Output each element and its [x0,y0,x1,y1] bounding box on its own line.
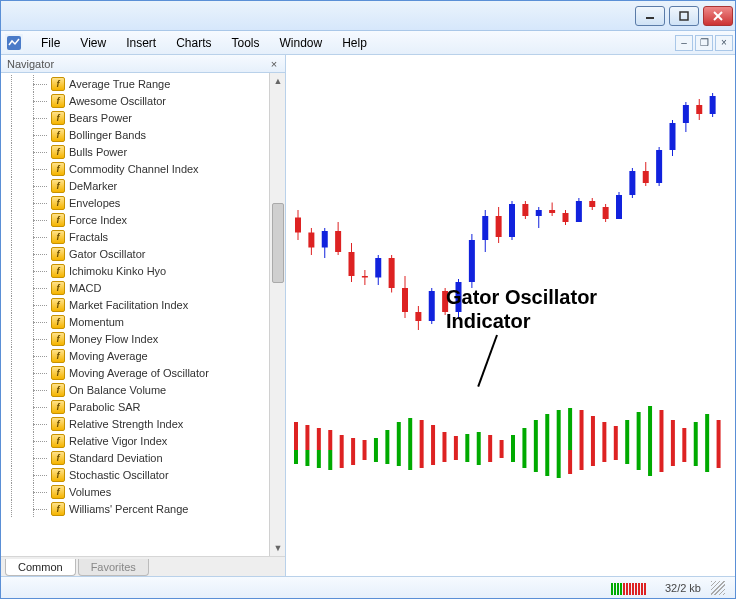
indicator-label: Commodity Channel Index [69,163,199,175]
navigator-item[interactable]: fFractals [3,228,269,245]
main-area: Navigator × fAverage True RangefAwesome … [1,55,735,576]
navigator-item[interactable]: fBears Power [3,109,269,126]
navigator-item[interactable]: fBollinger Bands [3,126,269,143]
svg-rect-34 [482,216,488,240]
tree-line-icon [3,432,51,449]
navigator-item[interactable]: fVolumes [3,483,269,500]
navigator-item[interactable]: fMoving Average of Oscillator [3,364,269,381]
indicator-icon: f [51,162,65,176]
navigator-item[interactable]: fForce Index [3,211,269,228]
mdi-close-button[interactable]: × [715,35,733,51]
minimize-button[interactable] [635,6,665,26]
indicator-icon: f [51,111,65,125]
statusbar: 32/2 kb [1,576,735,598]
resize-grip-icon[interactable] [711,581,725,595]
close-button[interactable] [703,6,733,26]
menu-charts[interactable]: Charts [166,32,221,54]
navigator-item[interactable]: fIchimoku Kinko Hyo [3,262,269,279]
navigator-scrollbar[interactable]: ▲ ▼ [269,73,285,556]
indicator-label: Gator Oscillator [69,248,145,260]
indicator-icon: f [51,315,65,329]
tab-common[interactable]: Common [5,559,76,576]
navigator-title: Navigator [7,58,267,70]
navigator-item[interactable]: fStochastic Oscillator [3,466,269,483]
svg-rect-6 [295,218,301,233]
indicator-icon: f [51,400,65,414]
indicator-label: Moving Average [69,350,148,362]
navigator-item[interactable]: fGator Oscillator [3,245,269,262]
indicator-label: Envelopes [69,197,120,209]
svg-rect-16 [362,276,368,278]
navigator-body: fAverage True RangefAwesome OscillatorfB… [1,73,285,556]
tree-line-icon [3,92,51,109]
navigator-item[interactable]: fDeMarker [3,177,269,194]
svg-rect-46 [563,213,569,222]
tree-line-icon [3,279,51,296]
svg-rect-56 [629,171,635,195]
navigator-item[interactable]: fRelative Vigor Index [3,432,269,449]
indicator-label: Bears Power [69,112,132,124]
svg-rect-40 [522,204,528,216]
tab-favorites[interactable]: Favorites [78,559,149,576]
navigator-item[interactable]: fEnvelopes [3,194,269,211]
chart-area[interactable]: Gator Oscillator Indicator [286,55,735,576]
navigator-item[interactable]: fParabolic SAR [3,398,269,415]
menu-view[interactable]: View [70,32,116,54]
maximize-button[interactable] [669,6,699,26]
navigator-item[interactable]: fMoving Average [3,347,269,364]
tree-line-icon [3,330,51,347]
tree-line-icon [3,126,51,143]
indicator-icon: f [51,281,65,295]
indicator-label: Parabolic SAR [69,401,141,413]
tree-line-icon [3,381,51,398]
navigator-item[interactable]: fWilliams' Percent Range [3,500,269,517]
navigator-item[interactable]: fRelative Strength Index [3,415,269,432]
navigator-close-button[interactable]: × [267,57,281,71]
tree-line-icon [3,262,51,279]
indicator-icon: f [51,502,65,516]
tree-line-icon [3,398,51,415]
menubar: FileViewInsertChartsToolsWindowHelp – ❐ … [1,31,735,55]
menu-file[interactable]: File [31,32,70,54]
navigator-item[interactable]: fAverage True Range [3,75,269,92]
navigator-item[interactable]: fMoney Flow Index [3,330,269,347]
menu-window[interactable]: Window [270,32,333,54]
navigator-item[interactable]: fBulls Power [3,143,269,160]
svg-rect-30 [456,282,462,312]
scroll-down-icon[interactable]: ▼ [270,540,286,556]
tree-line-icon [3,500,51,517]
navigator-tabs: Common Favorites [1,556,285,576]
indicator-label: Standard Deviation [69,452,163,464]
app-icon [5,34,23,52]
menu-insert[interactable]: Insert [116,32,166,54]
menu-tools[interactable]: Tools [222,32,270,54]
indicator-label: On Balance Volume [69,384,166,396]
mdi-restore-button[interactable]: ❐ [695,35,713,51]
indicator-icon: f [51,94,65,108]
app-window: FileViewInsertChartsToolsWindowHelp – ❐ … [0,0,736,599]
svg-rect-64 [683,105,689,123]
navigator-item[interactable]: fMarket Facilitation Index [3,296,269,313]
svg-rect-10 [322,231,328,248]
navigator-item[interactable]: fMomentum [3,313,269,330]
tree-line-icon [3,313,51,330]
navigator-item[interactable]: fCommodity Channel Index [3,160,269,177]
indicator-icon: f [51,179,65,193]
indicator-label: Bulls Power [69,146,127,158]
mdi-minimize-button[interactable]: – [675,35,693,51]
navigator-item[interactable]: fStandard Deviation [3,449,269,466]
scroll-thumb[interactable] [272,203,284,283]
tree-line-icon [3,449,51,466]
indicator-label: Momentum [69,316,124,328]
svg-rect-60 [656,150,662,183]
indicator-label: Stochastic Oscillator [69,469,169,481]
scroll-up-icon[interactable]: ▲ [270,73,286,89]
navigator-list[interactable]: fAverage True RangefAwesome OscillatorfB… [1,73,269,556]
tree-line-icon [3,109,51,126]
navigator-item[interactable]: fAwesome Oscillator [3,92,269,109]
navigator-item[interactable]: fMACD [3,279,269,296]
menu-help[interactable]: Help [332,32,377,54]
tree-line-icon [3,75,51,92]
navigator-item[interactable]: fOn Balance Volume [3,381,269,398]
indicator-icon: f [51,247,65,261]
